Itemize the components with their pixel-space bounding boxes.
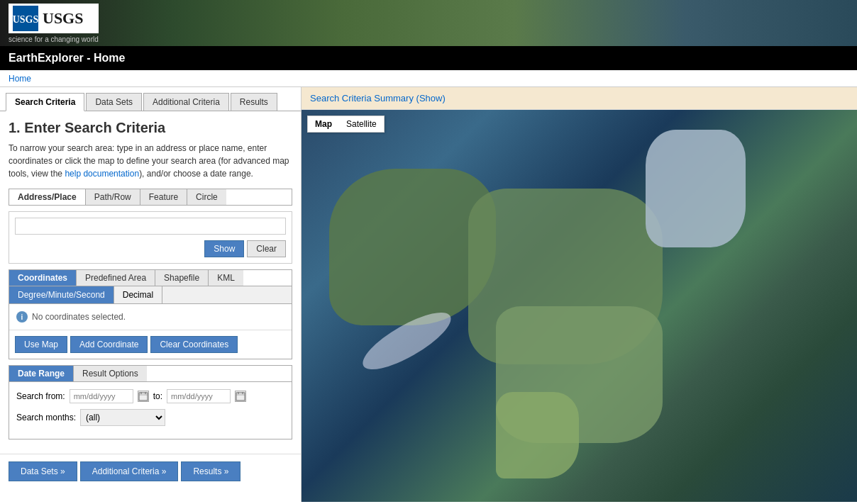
map-view-tabs: Map Satellite <box>307 116 385 133</box>
breadcrumb-home-link[interactable]: Home <box>9 74 31 84</box>
info-icon: i <box>16 311 28 323</box>
usgs-text: USGS <box>43 9 83 28</box>
subtab-path-row[interactable]: Path/Row <box>86 189 140 205</box>
date-range-section: Date Range Result Options Search from: <box>9 365 292 439</box>
coordinates-tabs: Coordinates Predefined Area Shapefile KM… <box>9 269 292 286</box>
additional-criteria-button[interactable]: Additional Criteria » <box>80 461 179 481</box>
months-select[interactable]: (all) January February March April May J… <box>80 409 165 426</box>
app-title-bar: EarthExplorer - Home <box>0 46 857 70</box>
left-panel: Search Criteria Data Sets Additional Cri… <box>0 87 302 502</box>
desc-text-2: ), and/or choose a date range. <box>139 169 253 179</box>
map-show-link[interactable]: (Show) <box>416 93 446 103</box>
usgs-logo-box: USGS USGS <box>9 4 99 33</box>
no-coords-text: No coordinates selected. <box>32 312 126 322</box>
help-doc-link[interactable]: help documentation <box>65 169 139 179</box>
tab-additional-criteria[interactable]: Additional Criteria <box>143 93 229 111</box>
search-months-row: Search months: (all) January February Ma… <box>16 409 284 426</box>
coord-tab-coordinates[interactable]: Coordinates <box>9 270 77 286</box>
bottom-actions: Data Sets » Additional Criteria » Result… <box>0 454 301 488</box>
coord-tab-shapefile[interactable]: Shapefile <box>155 270 209 286</box>
app-title: EarthExplorer - Home <box>9 52 125 64</box>
date-to-input[interactable] <box>167 389 231 403</box>
tab-search-criteria[interactable]: Search Criteria <box>6 93 84 111</box>
no-coords-message: i No coordinates selected. <box>9 304 292 330</box>
date-tab-range[interactable]: Date Range <box>9 366 74 381</box>
map-land-mexico <box>496 392 579 478</box>
map-summary-bar: Search Criteria Summary (Show) <box>302 87 857 110</box>
cal-svg-2 <box>236 391 245 401</box>
svg-rect-6 <box>236 393 245 401</box>
usgs-logo: USGS USGS science for a changing world <box>0 0 107 46</box>
usgs-tagline: science for a changing world <box>9 35 99 43</box>
date-from-input[interactable] <box>70 389 133 403</box>
search-from-label: Search from: <box>16 391 65 401</box>
calendar-to-icon[interactable] <box>235 391 246 402</box>
coord-tab-predefined[interactable]: Predefined Area <box>77 270 155 286</box>
panel-content: 1. Enter Search Criteria To narrow your … <box>0 111 301 454</box>
subtab-feature[interactable]: Feature <box>140 189 187 205</box>
map-summary-title: Search Criteria Summary <box>310 93 414 103</box>
show-button[interactable]: Show <box>204 240 244 257</box>
svg-text:USGS: USGS <box>13 14 38 25</box>
calendar-from-icon[interactable] <box>138 391 149 402</box>
usgs-logo-icon: USGS <box>13 6 38 31</box>
map-background <box>302 110 857 502</box>
coord-inner-tab-decimal[interactable]: Decimal <box>114 286 162 303</box>
section-desc: To narrow your search area: type in an a… <box>9 142 292 180</box>
top-tabs: Search Criteria Data Sets Additional Cri… <box>0 87 301 111</box>
map-container[interactable]: Map Satellite <box>302 110 857 502</box>
to-label: to: <box>153 391 162 401</box>
use-map-button[interactable]: Use Map <box>15 336 67 353</box>
main-layout: Search Criteria Data Sets Additional Cri… <box>0 87 857 502</box>
address-btn-row: Show Clear <box>15 240 286 257</box>
section-title: 1. Enter Search Criteria <box>9 120 292 136</box>
location-sub-tabs: Address/Place Path/Row Feature Circle <box>9 189 292 206</box>
banner-image <box>0 0 857 46</box>
coord-btn-row: Use Map Add Coordinate Clear Coordinates <box>9 330 292 359</box>
subtab-circle[interactable]: Circle <box>187 189 226 205</box>
coord-inner-tab-dms[interactable]: Degree/Minute/Second <box>9 286 114 303</box>
clear-coordinates-button[interactable]: Clear Coordinates <box>150 336 238 353</box>
breadcrumb: Home <box>0 70 857 87</box>
address-search-input[interactable] <box>15 218 286 235</box>
coord-tab-kml[interactable]: KML <box>209 270 243 286</box>
results-button[interactable]: Results » <box>181 461 240 481</box>
date-tabs: Date Range Result Options <box>9 365 292 382</box>
tab-results[interactable]: Results <box>231 93 277 111</box>
coord-inner-tabs: Degree/Minute/Second Decimal <box>9 286 292 304</box>
map-land-greenland <box>646 130 746 247</box>
date-tab-result-options[interactable]: Result Options <box>74 366 147 381</box>
date-from-row: Search from: to: <box>16 389 284 403</box>
clear-button[interactable]: Clear <box>247 240 286 257</box>
data-sets-button[interactable]: Data Sets » <box>9 461 77 481</box>
map-tab-satellite[interactable]: Satellite <box>339 116 384 132</box>
header-banner: USGS USGS science for a changing world <box>0 0 857 46</box>
svg-rect-2 <box>139 393 148 401</box>
address-search-area: Show Clear <box>9 211 292 264</box>
cal-svg <box>138 391 148 401</box>
coordinates-section-body: Degree/Minute/Second Decimal i No coordi… <box>9 286 292 359</box>
subtab-address-place[interactable]: Address/Place <box>9 189 86 205</box>
map-tab-map[interactable]: Map <box>308 116 339 132</box>
right-panel: Search Criteria Summary (Show) Map Satel… <box>302 87 857 502</box>
date-range-inner: Search from: to: <box>9 382 292 439</box>
tab-data-sets[interactable]: Data Sets <box>86 93 142 111</box>
search-months-label: Search months: <box>16 413 76 422</box>
add-coordinate-button[interactable]: Add Coordinate <box>70 336 148 353</box>
